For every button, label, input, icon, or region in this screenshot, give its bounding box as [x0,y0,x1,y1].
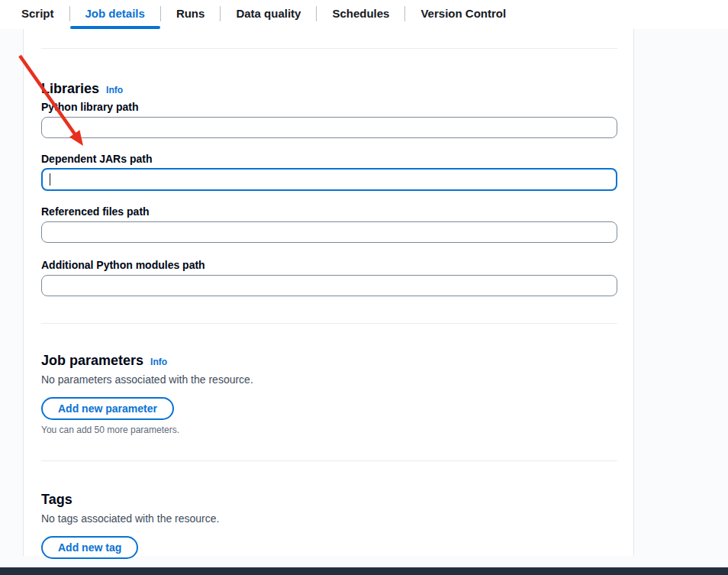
text-caret [50,173,50,186]
tab-job-details[interactable]: Job details [70,0,160,29]
tab-data-quality[interactable]: Data quality [221,0,316,29]
libraries-title: Libraries [41,80,99,97]
section-divider [41,323,617,324]
libraries-info-link[interactable]: Info [106,85,123,95]
section-divider [41,48,617,49]
additional-python-modules-path-input[interactable] [41,275,617,296]
add-new-tag-button[interactable]: Add new tag [41,536,138,559]
tags-empty-text: No tags associated with the resource. [41,511,617,526]
additional-python-modules-path-label: Additional Python modules path [41,258,617,272]
job-details-workspace: Libraries Info Python library path Depen… [0,29,728,575]
job-parameters-section-heading: Job parameters Info [41,352,617,369]
additional-python-modules-path-wrap [41,275,617,296]
python-library-path-label: Python library path [41,100,617,114]
referenced-files-path-wrap [41,221,617,243]
referenced-files-path-label: Referenced files path [41,205,617,218]
dependent-jars-path-label: Dependent JARs path [41,152,617,166]
libraries-section-heading: Libraries Info [41,80,617,97]
tab-version-control[interactable]: Version Control [405,0,521,29]
job-parameters-empty-text: No parameters associated with the resour… [41,372,617,387]
job-details-panel: Libraries Info Python library path Depen… [23,29,634,556]
job-parameters-title: Job parameters [41,352,143,369]
referenced-files-path-input[interactable] [41,221,617,243]
add-new-parameter-button[interactable]: Add new parameter [41,397,174,420]
job-parameters-hint-text: You can add 50 more parameters. [41,424,617,436]
python-library-path-wrap [41,117,617,138]
python-library-path-input[interactable] [41,117,617,138]
job-tabs: Script Job details Runs Data quality Sch… [0,0,728,29]
job-parameters-info-link[interactable]: Info [150,357,167,367]
dependent-jars-path-wrap [41,168,617,191]
tab-script[interactable]: Script [6,0,69,29]
tab-runs[interactable]: Runs [161,0,221,29]
dependent-jars-path-input[interactable] [41,168,617,191]
tags-title: Tags [41,491,72,508]
tags-section-heading: Tags [41,491,617,508]
section-divider [41,460,617,461]
console-footer-bar [0,567,728,575]
tab-schedules[interactable]: Schedules [317,0,404,29]
